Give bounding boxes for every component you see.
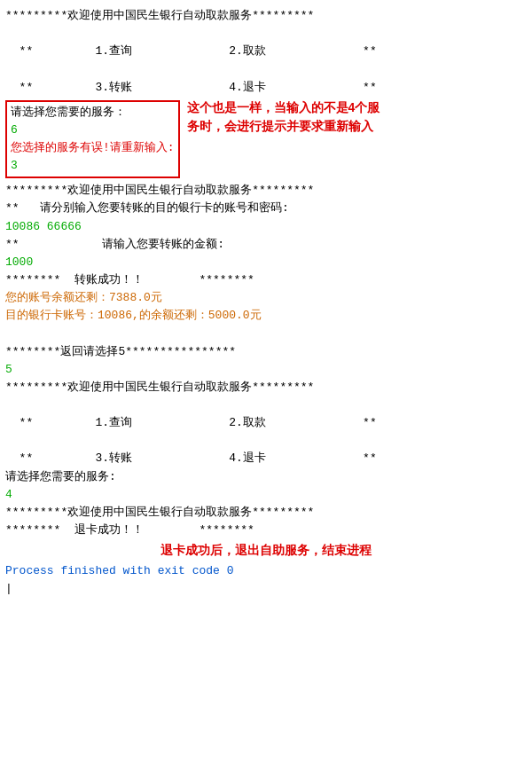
error-box: 请选择您需要的服务： 6 您选择的服务有误!请重新输入: 3	[5, 100, 180, 179]
return-prompt: ********返回请选择5****************	[5, 343, 527, 361]
transfer-account-input: 10086 66666	[5, 218, 527, 236]
transfer-prompt: ** 请分别输入您要转账的目的银行卡的账号和密码:	[5, 200, 527, 217]
menu-line-3: ** 1.查询 2.取款 **	[5, 396, 527, 432]
menu-line-2: ** 3.转账 4.退卡 **	[5, 60, 527, 96]
target-balance: 目的银行卡账号：10086,的余额还剩：5000.0元	[5, 307, 527, 325]
exit-annotation: 退卡成功后，退出自助服务，结束进程	[5, 541, 527, 561]
user-input-retry: 3	[11, 157, 175, 175]
welcome-line-4: *********欢迎使用中国民生银行自动取款服务*********	[5, 504, 527, 522]
user-input-invalid: 6	[11, 122, 175, 139]
process-exit: Process finished with exit code 0	[5, 564, 233, 577]
error-section: 请选择您需要的服务： 6 您选择的服务有误!请重新输入: 3 这个也是一样，当输…	[5, 98, 527, 181]
card-withdraw-success: ******** 退卡成功！！ ********	[5, 522, 527, 539]
amount-prompt: ** 请输入您要转账的金额:	[5, 236, 527, 254]
amount-input: 1000	[5, 254, 527, 271]
error-message: 您选择的服务有误!请重新输入:	[11, 139, 175, 157]
annotation-text: 这个也是一样，当输入的不是4个服务时，会进行提示并要求重新输入	[187, 98, 382, 136]
service-prompt-2: 请选择您需要的服务:	[5, 468, 527, 486]
cursor: |	[5, 580, 527, 598]
service-input-4: 4	[5, 486, 527, 504]
welcome-line-2: *********欢迎使用中国民生银行自动取款服务*********	[5, 182, 527, 200]
transfer-success: ******** 转账成功！！ ********	[5, 271, 527, 289]
blank-line	[5, 325, 527, 342]
service-prompt: 请选择您需要的服务：	[11, 104, 175, 122]
menu-line-1: ** 1.查询 2.取款 **	[5, 25, 527, 60]
own-balance: 您的账号余额还剩：7388.0元	[5, 289, 527, 307]
return-input: 5	[5, 361, 527, 379]
welcome-line-1: *********欢迎使用中国民生银行自动取款服务*********	[5, 7, 527, 25]
welcome-line-3: *********欢迎使用中国民生银行自动取款服务*********	[5, 379, 527, 396]
menu-line-4: ** 3.转账 4.退卡 **	[5, 432, 527, 467]
